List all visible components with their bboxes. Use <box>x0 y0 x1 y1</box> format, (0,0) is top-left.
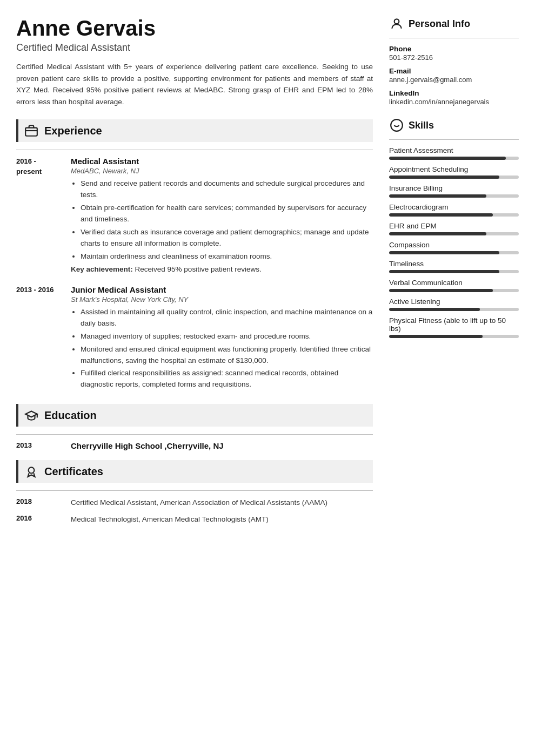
skill-bar-fill-5 <box>389 251 499 254</box>
education-section-header: Education <box>16 404 373 427</box>
linkedin-value: linkedin.com/in/annejanegervais <box>389 98 519 106</box>
experience-section: Experience 2016 - present Medical Assist… <box>16 119 373 392</box>
bullet-0-0: Send and receive patient records and doc… <box>81 178 373 201</box>
cert-date-1: 2016 <box>16 514 62 525</box>
phone-value: 501-872-2516 <box>389 53 519 62</box>
skill-bar-fill-8 <box>389 308 480 311</box>
svg-point-5 <box>394 19 399 24</box>
left-column: Anne Gervais Certified Medical Assistant… <box>16 16 373 740</box>
skill-bar-bg-4 <box>389 232 519 235</box>
skill-bar-bg-6 <box>389 270 519 273</box>
exp-date-1: 2013 - 2016 <box>16 285 62 392</box>
email-value: anne.j.gervais@gmail.com <box>389 76 519 84</box>
exp-content-0: Medical Assistant MedABC, Newark, NJ Sen… <box>71 157 373 273</box>
personal-info-title: Personal Info <box>409 18 470 30</box>
skill-bar-fill-0 <box>389 157 506 160</box>
linkedin-label: LinkedIn <box>389 89 519 97</box>
phone-label: Phone <box>389 45 519 53</box>
skill-item-3: Electrocardiogram <box>389 203 519 217</box>
exp-entry-0: 2016 - present Medical Assistant MedABC,… <box>16 157 373 273</box>
skill-name-3: Electrocardiogram <box>389 203 519 211</box>
certificates-divider <box>16 490 373 491</box>
exp-entry-1: 2013 - 2016 Junior Medical Assistant St … <box>16 285 373 392</box>
certificates-section: Certificates 2018 Certified Medical Assi… <box>16 460 373 525</box>
cert-text-0: Certified Medical Assistant, American As… <box>71 497 327 508</box>
bullet-1-2: Monitored and ensured clinical equipment… <box>81 344 373 367</box>
cert-text-1: Medical Technologist, American Medical T… <box>71 514 269 525</box>
cert-date-0: 2018 <box>16 497 62 508</box>
education-section: Education 2013 Cherryville High School ,… <box>16 404 373 450</box>
bullet-1-0: Assisted in maintaining all quality cont… <box>81 307 373 329</box>
skill-name-2: Insurance Billing <box>389 184 519 192</box>
personal-info-header: Personal Info <box>389 16 519 31</box>
skill-name-5: Compassion <box>389 241 519 249</box>
candidate-title: Certified Medical Assistant <box>16 42 373 53</box>
skill-bar-fill-9 <box>389 335 483 338</box>
bullet-0-1: Obtain pre-certification for health care… <box>81 202 373 225</box>
skills-divider <box>389 139 519 140</box>
skill-bar-fill-3 <box>389 213 493 217</box>
skills-list: Patient Assessment Appointment Schedulin… <box>389 146 519 338</box>
skill-bar-fill-1 <box>389 176 499 179</box>
exp-company-1: St Mark's Hospital, New York City, NY <box>71 295 373 303</box>
skill-bar-bg-8 <box>389 308 519 311</box>
personal-info-divider <box>389 38 519 38</box>
bullet-1-3: Fulfilled clerical responsibilities as a… <box>81 368 373 390</box>
email-label: E-mail <box>389 67 519 75</box>
edu-name-0: Cherryville High School ,Cherryville, NJ <box>71 441 224 450</box>
briefcase-icon <box>24 123 39 138</box>
cert-entry-0: 2018 Certified Medical Assistant, Americ… <box>16 497 373 508</box>
exp-content-1: Junior Medical Assistant St Mark's Hospi… <box>71 285 373 392</box>
skills-header: Skills <box>389 118 519 133</box>
key-achievement-0: Key achievement: Received 95% positive p… <box>71 265 373 273</box>
experience-title: Experience <box>44 125 102 137</box>
experience-section-header: Experience <box>16 119 373 142</box>
certificate-icon <box>24 464 39 479</box>
header: Anne Gervais Certified Medical Assistant… <box>16 16 373 107</box>
skill-item-6: Timeliness <box>389 260 519 273</box>
candidate-summary: Certified Medical Assistant with 5+ year… <box>16 61 373 107</box>
skill-item-1: Appointment Scheduling <box>389 165 519 179</box>
skill-item-5: Compassion <box>389 241 519 254</box>
edu-date-0: 2013 <box>16 441 62 450</box>
exp-job-title-0: Medical Assistant <box>71 157 373 166</box>
skill-bar-fill-7 <box>389 289 493 292</box>
bullet-1-1: Managed inventory of supplies; restocked… <box>81 331 373 342</box>
skill-bar-bg-9 <box>389 335 519 338</box>
skill-bar-bg-7 <box>389 289 519 292</box>
bullet-0-2: Verified data such as insurance coverage… <box>81 227 373 249</box>
exp-job-title-1: Junior Medical Assistant <box>71 285 373 294</box>
skill-item-2: Insurance Billing <box>389 184 519 198</box>
skill-bar-fill-4 <box>389 232 486 235</box>
skill-bar-fill-6 <box>389 270 499 273</box>
certificates-title: Certificates <box>44 465 103 478</box>
exp-company-0: MedABC, Newark, NJ <box>71 167 373 175</box>
resume-wrapper: Anne Gervais Certified Medical Assistant… <box>0 0 535 756</box>
skill-bar-bg-1 <box>389 176 519 179</box>
skills-title: Skills <box>409 120 434 131</box>
edu-entry-0: 2013 Cherryville High School ,Cherryvill… <box>16 441 373 450</box>
skill-bar-bg-3 <box>389 213 519 217</box>
skill-bar-fill-2 <box>389 194 486 198</box>
svg-point-4 <box>29 468 35 474</box>
skill-bar-bg-0 <box>389 157 519 160</box>
right-column: Personal Info Phone 501-872-2516 E-mail … <box>389 16 519 740</box>
bullet-0-3: Maintain orderliness and cleanliness of … <box>81 251 373 262</box>
skill-item-7: Verbal Communication <box>389 279 519 292</box>
certificates-section-header: Certificates <box>16 460 373 483</box>
experience-divider <box>16 150 373 150</box>
exp-bullets-0: Send and receive patient records and doc… <box>71 178 373 262</box>
education-divider <box>16 434 373 435</box>
skill-name-7: Verbal Communication <box>389 279 519 287</box>
graduation-icon <box>24 408 39 423</box>
cert-entry-1: 2016 Medical Technologist, American Medi… <box>16 514 373 525</box>
exp-date-0: 2016 - present <box>16 157 62 273</box>
skills-block: Skills Patient Assessment Appointment Sc… <box>389 118 519 338</box>
person-icon <box>389 16 404 31</box>
skill-item-8: Active Listening <box>389 298 519 311</box>
skill-name-8: Active Listening <box>389 298 519 306</box>
education-title: Education <box>44 409 97 422</box>
candidate-name: Anne Gervais <box>16 16 373 40</box>
skill-name-0: Patient Assessment <box>389 146 519 154</box>
skill-name-6: Timeliness <box>389 260 519 268</box>
